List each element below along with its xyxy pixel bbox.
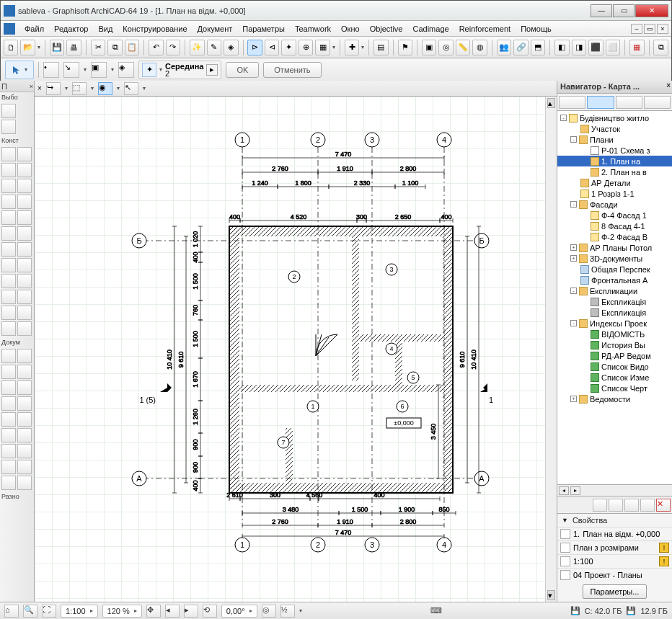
snap-point-button[interactable]: • — [43, 62, 59, 78]
tree-item-21[interactable]: РД-АР Ведом — [557, 350, 672, 361]
nav-tool-1[interactable] — [593, 499, 607, 512]
scroll-up-button[interactable]: ▴ — [547, 98, 555, 108]
print-button[interactable]: 🖶 — [66, 40, 81, 55]
zone-button[interactable]: ▣ — [422, 40, 436, 55]
tree-item-12[interactable]: +3D-документы — [557, 253, 672, 264]
slab-tool-button[interactable] — [17, 179, 32, 193]
level-tool-button[interactable] — [17, 349, 32, 363]
marquee-tool-button[interactable] — [1, 120, 16, 134]
mdi-close-button[interactable]: × — [657, 24, 668, 34]
mep-tool-button[interactable] — [1, 274, 16, 288]
tree-item-25[interactable]: +Ведомости — [557, 393, 672, 404]
wall-tool-button[interactable] — [1, 147, 16, 161]
nav-tool-4[interactable] — [640, 499, 655, 512]
door-tool-button[interactable] — [1, 163, 16, 177]
status-fit-button[interactable]: ⛶ — [42, 605, 56, 618]
tab-nav-2[interactable]: ⬚ — [72, 82, 87, 95]
beam-tool-button[interactable] — [1, 179, 16, 193]
snap-midpoint-group[interactable]: ✦ ▾ Середина 2 ▸ — [138, 61, 221, 79]
tree-item-16[interactable]: Експликація — [557, 296, 672, 307]
status-orient-button[interactable]: ◎ — [262, 605, 276, 618]
window-maximize-button[interactable]: ▭ — [613, 4, 635, 17]
menu-окно[interactable]: Окно — [336, 23, 365, 35]
palette-button[interactable]: ▦ — [629, 40, 644, 55]
highlighter-button[interactable]: ◈ — [224, 40, 238, 55]
fill-tool-button[interactable] — [1, 380, 16, 395]
render-button[interactable]: ◧ — [554, 40, 569, 55]
extra-3-tool-button[interactable] — [1, 306, 16, 320]
nav-tool-3[interactable] — [624, 499, 639, 512]
status-scale[interactable]: 1:100▸ — [61, 605, 98, 618]
teamwork-button[interactable]: 👥 — [497, 40, 511, 55]
menu-документ[interactable]: Документ — [193, 23, 238, 35]
window-minimize-button[interactable]: — — [591, 4, 612, 17]
detail-tool-button[interactable] — [1, 476, 16, 490]
prop-layer[interactable]: План з розмірами — [573, 543, 656, 552]
feature-1-button[interactable]: ▣ — [91, 62, 107, 78]
measure-button[interactable]: 📏 — [456, 40, 470, 55]
stair-tool-button[interactable] — [1, 195, 16, 209]
cut-button[interactable]: ✂ — [91, 40, 105, 55]
tree-item-19[interactable]: ВІДОМІСТЬ — [557, 329, 672, 339]
status-next-button[interactable]: ▸ — [184, 605, 198, 618]
navigator-close-icon[interactable]: × — [666, 81, 671, 89]
3d-button[interactable]: ◨ — [572, 40, 586, 55]
trace-button[interactable]: ✚ — [345, 40, 359, 55]
paste-button[interactable]: 📋 — [125, 40, 139, 55]
tree-item-7[interactable]: -Фасади — [557, 199, 672, 210]
tree-item-22[interactable]: Список Видо — [557, 361, 672, 372]
change-tool-button[interactable] — [17, 476, 32, 490]
extra-1-tool-button[interactable] — [1, 290, 16, 304]
tab-nav-1[interactable]: ↪ — [46, 82, 61, 95]
collision-button[interactable]: ⚑ — [398, 40, 412, 55]
nav-view-publisher-button[interactable] — [644, 96, 671, 109]
snap-mode-2-button[interactable]: ⊲ — [265, 40, 279, 55]
tree-item-23[interactable]: Список Изме — [557, 372, 672, 383]
tree-item-3[interactable]: 1. План на — [557, 156, 672, 166]
tree-item-0[interactable]: Участок — [557, 123, 672, 134]
spline-tool-button[interactable] — [1, 412, 16, 427]
window-tool-button[interactable] — [17, 163, 32, 177]
menu-конструирование[interactable]: Конструирование — [118, 23, 192, 35]
tree-item-8[interactable]: Ф-4 Фасад 1 — [557, 210, 672, 221]
menu-файл[interactable]: Файл — [19, 23, 49, 35]
pline-tool-button[interactable] — [17, 396, 32, 411]
snap-mode-1-button[interactable]: ⊳ — [247, 40, 262, 55]
column-tool-button[interactable] — [17, 147, 32, 161]
snap-mode-3-button[interactable]: ✦ — [281, 40, 296, 55]
open-file-button[interactable]: 📂 — [20, 40, 35, 55]
undo-button[interactable]: ↶ — [149, 40, 163, 55]
panel-close-icon[interactable]: × — [30, 83, 33, 90]
tree-item-1[interactable]: -Плани — [557, 134, 672, 145]
ok-button[interactable]: OK — [226, 62, 259, 78]
nav-view-map-button[interactable] — [587, 96, 614, 109]
worksheet-tool-button[interactable] — [17, 460, 32, 474]
curtain-tool-button[interactable] — [1, 226, 16, 241]
tab-nav-4[interactable]: ↖ — [124, 82, 138, 95]
status-half-button[interactable]: ½ — [280, 605, 295, 618]
roof-tool-button[interactable] — [17, 195, 32, 209]
scroll-down-button[interactable]: ▾ — [547, 590, 555, 600]
zone-tool-button[interactable] — [17, 242, 32, 257]
line-tool-button[interactable] — [17, 380, 32, 395]
tab-nav-3[interactable]: ◉ — [98, 82, 112, 95]
tree-item-4[interactable]: 2. План на в — [557, 166, 672, 177]
mdi-restore-button[interactable]: ▭ — [644, 24, 655, 34]
layers-button[interactable]: ▤ — [373, 40, 388, 55]
tree-item-15[interactable]: -Експликации — [557, 285, 672, 296]
menu-помощь[interactable]: Помощь — [516, 23, 557, 35]
tree-item-14[interactable]: Фронтальная А — [557, 275, 672, 285]
menu-objective[interactable]: Objective — [365, 23, 408, 35]
tab-close-icon[interactable]: × — [37, 84, 42, 92]
save-button[interactable]: 💾 — [50, 40, 64, 55]
redo-button[interactable]: ↷ — [166, 40, 180, 55]
status-zoom-level[interactable]: 120 %▸ — [102, 605, 142, 618]
vertical-scrollbar[interactable]: ▴ ▾ — [545, 97, 557, 602]
object-tool-button[interactable] — [1, 242, 16, 257]
snap-mode-4-button[interactable]: ⊕ — [299, 40, 313, 55]
elev-tool-button[interactable] — [17, 444, 32, 458]
status-home-button[interactable]: ⌂ — [4, 605, 19, 618]
status-prev-button[interactable]: ◂ — [165, 605, 180, 618]
cw-tool-button[interactable] — [17, 274, 32, 288]
tree-item-13[interactable]: Общая Перспек — [557, 264, 672, 275]
